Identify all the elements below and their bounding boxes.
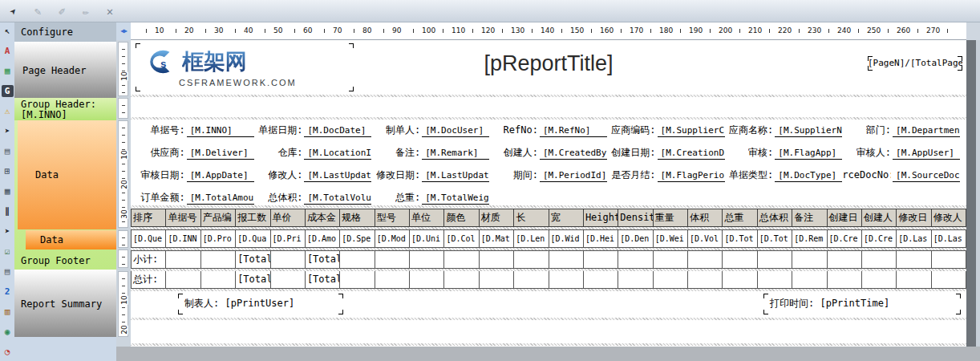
field-label[interactable]: 单据类型: [729, 168, 773, 182]
table-subtotal-cell[interactable]: [TotalS [236, 250, 270, 269]
table-data-row-cell[interactable]: [D.Wei [654, 229, 688, 248]
table-header-cell[interactable]: 长 [514, 209, 549, 227]
line-tool-icon[interactable]: ✐ [55, 4, 69, 18]
field-value[interactable]: [M.SourceDoc] [893, 168, 960, 182]
table-subtotal-cell[interactable] [654, 250, 688, 269]
table-header-cell[interactable]: 规格 [340, 209, 375, 227]
table-total-cell[interactable] [828, 270, 862, 289]
table-header-cell[interactable]: 体积 [688, 209, 723, 227]
pick-tool-icon[interactable]: ✎ [30, 4, 45, 18]
table-data-row-cell[interactable]: [D.Pro [201, 229, 236, 248]
table-header-cell[interactable]: Height [584, 209, 618, 227]
print-time-field[interactable]: 打印时间: [pPrintTime] [763, 294, 961, 314]
table-data-row-cell[interactable]: [D.Spe [340, 229, 375, 248]
table-subtotal-cell[interactable] [410, 250, 444, 269]
table-data-row-cell[interactable]: [D.Uni [410, 229, 444, 248]
report-canvas[interactable]: s 框架网 CSFRAMEWORK.COM [pReportTitle] [Pa… [131, 40, 966, 347]
field-label[interactable]: 创建人: [504, 146, 538, 160]
field-value[interactable]: [M.TotalAmou [187, 191, 254, 205]
field-label[interactable]: 审核人: [856, 146, 891, 160]
table-subtotal-cell[interactable] [201, 250, 236, 269]
table-total-cell[interactable] [584, 270, 618, 289]
field-value[interactable]: [M.SupplierC [658, 124, 725, 137]
field-label[interactable]: 订单金额: [140, 191, 184, 205]
table-subtotal-cell[interactable] [375, 250, 410, 269]
checkbox-tool-icon[interactable]: ☑ [2, 245, 14, 258]
table-header-cell[interactable]: 型号 [375, 209, 410, 227]
barcode-tool-icon[interactable]: ∥ [2, 205, 14, 217]
table-total-cell[interactable]: 总计: [131, 270, 166, 289]
table-total-cell[interactable] [618, 270, 653, 289]
table-header-cell[interactable]: 报工数 [236, 209, 270, 227]
field-value[interactable]: [M.DocUser] [422, 124, 489, 137]
band-page-header[interactable]: Page Header [14, 42, 116, 98]
table-data-row-cell[interactable]: [D.Col [444, 229, 479, 248]
table-data-row-cell[interactable]: [D.Cre [828, 229, 862, 248]
field-label[interactable]: 总体积: [268, 191, 302, 205]
table-total-cell[interactable] [758, 270, 792, 289]
close-tool-icon[interactable]: ✕ [103, 4, 117, 18]
table-header-cell[interactable]: 颜色 [444, 209, 479, 227]
table-subtotal-cell[interactable] [618, 250, 653, 269]
table-total-cell[interactable] [480, 270, 514, 289]
printer-tool-icon[interactable]: ▤ [2, 145, 14, 157]
field-value[interactable]: [M.CreationD [658, 146, 725, 160]
erase-tool-icon[interactable]: ✏ [79, 4, 93, 18]
field-value[interactable]: [M.SupplierN [775, 124, 842, 137]
horizontal-ruler[interactable]: 1020304050607080901001101201301401501601… [131, 22, 966, 40]
pointer-tool-icon[interactable]: ↖ [2, 25, 14, 37]
table-header-cell[interactable]: 总重 [723, 209, 757, 227]
table-subtotal-cell[interactable] [932, 250, 966, 269]
field-label[interactable]: 期间: [513, 168, 538, 182]
table-header-cell[interactable]: Densit [618, 209, 653, 227]
field-value[interactable]: [M.AppUser] [893, 146, 960, 160]
band-data-inner[interactable]: Data [26, 230, 116, 249]
report-title[interactable]: [pReportTitle] [131, 51, 966, 76]
field-label[interactable]: 供应商: [150, 146, 184, 160]
field-value[interactable]: [M.FlagApp] [775, 146, 842, 160]
table-total-cell[interactable] [444, 270, 479, 289]
field-label[interactable]: 单据号: [150, 124, 184, 137]
table-header-cell[interactable]: 单位 [410, 209, 444, 227]
field-label[interactable]: 创建日期: [611, 146, 655, 160]
field-value[interactable]: [M.RefNo] [540, 124, 607, 137]
subreport-tool-icon[interactable]: ➤ [2, 225, 14, 237]
field-label[interactable]: 制单人: [386, 124, 420, 137]
table-subtotal-cell[interactable] [549, 250, 584, 269]
table-total-cell[interactable] [792, 270, 827, 289]
label-tool-icon[interactable]: A [2, 45, 14, 57]
table-data-row-cell[interactable]: [D.Len [514, 229, 549, 248]
band-group-header[interactable]: Group Header: [M.INNO] [14, 98, 116, 120]
table-total-cell[interactable]: [TotalS [306, 270, 340, 289]
band-data[interactable]: Data [18, 120, 116, 229]
table-data-row-cell[interactable]: [D.Den [618, 229, 653, 248]
table-total-cell[interactable] [549, 270, 584, 289]
table-data-row-cell[interactable]: [D.Que [131, 229, 166, 248]
field-label[interactable]: 仓库: [277, 146, 302, 160]
table-data-row-cell[interactable]: [D.Wid [549, 229, 584, 248]
table-data-row-cell[interactable]: [D.Pri [271, 229, 306, 248]
table-header-cell[interactable]: 产品编 [201, 209, 236, 227]
richtext-tool-icon[interactable]: ▤ [2, 266, 14, 278]
table-data-row-cell[interactable]: [D.Rem [792, 229, 827, 248]
table-header-cell[interactable]: 备注 [792, 209, 827, 227]
page-number-field[interactable]: [PageN]/[TotalPages] [868, 56, 962, 71]
picture-tool-icon[interactable]: ▦ [2, 65, 14, 77]
table-header-cell[interactable]: 宽 [549, 209, 584, 227]
table-subtotal-cell[interactable] [828, 250, 862, 269]
table-total-cell[interactable] [862, 270, 897, 289]
table-total-cell[interactable] [410, 270, 444, 289]
table-total-cell[interactable] [375, 270, 410, 289]
group-tool-icon[interactable]: G [2, 85, 14, 97]
table-total-cell[interactable]: [TotalS [236, 270, 270, 289]
field-label[interactable]: 单据日期: [258, 124, 302, 137]
table-data-row-cell[interactable]: [D.Las [932, 229, 966, 248]
field-value[interactable]: [M.LastUpdat [422, 168, 489, 182]
table-total-cell[interactable] [897, 270, 931, 289]
table-data-row-cell[interactable]: [D.Qua [236, 229, 270, 248]
table-data-row-cell[interactable]: [D.Mod [375, 229, 410, 248]
table-data-row-cell[interactable]: [D.INN [166, 229, 200, 248]
field-value[interactable]: [M.TotalVolu [304, 191, 371, 205]
table-total-cell[interactable] [271, 270, 306, 289]
field-label[interactable]: 部门: [866, 124, 891, 137]
